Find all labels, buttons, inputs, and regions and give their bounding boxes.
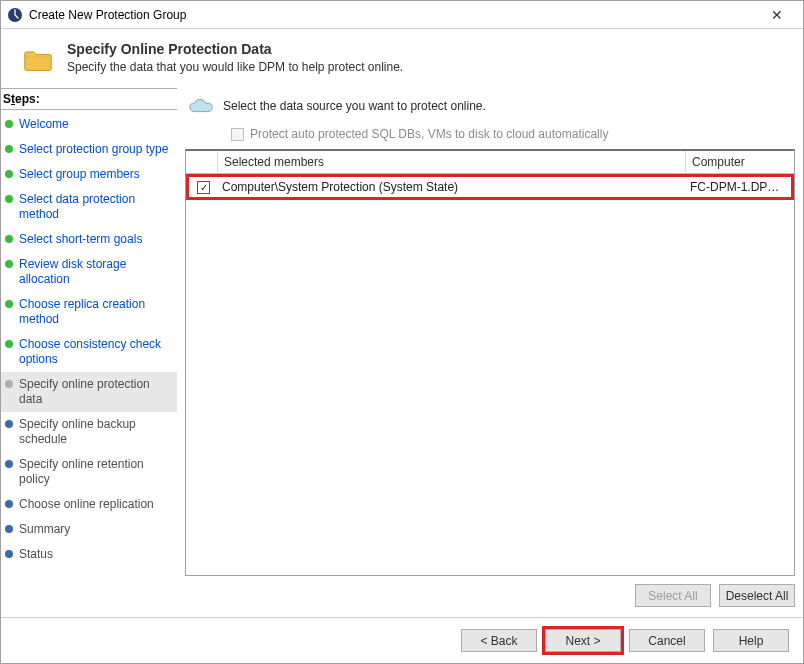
step-bullet-icon: [5, 170, 13, 178]
instruction-text: Select the data source you want to prote…: [223, 99, 486, 113]
step-item: Specify online backup schedule: [1, 412, 177, 452]
instruction-row: Select the data source you want to prote…: [185, 96, 795, 116]
wizard-header: Specify Online Protection Data Specify t…: [1, 29, 803, 88]
step-bullet-icon: [5, 420, 13, 428]
step-bullet-icon: [5, 145, 13, 153]
app-icon: [7, 7, 23, 23]
grid-header-check: [186, 151, 218, 173]
window-title: Create New Protection Group: [29, 8, 757, 22]
steps-panel: Steps: WelcomeSelect protection group ty…: [1, 88, 177, 617]
main-panel: Select the data source you want to prote…: [177, 88, 803, 617]
titlebar: Create New Protection Group ✕: [1, 1, 803, 29]
step-bullet-icon: [5, 195, 13, 203]
step-label: Status: [19, 547, 53, 562]
grid-header-members[interactable]: Selected members: [218, 151, 686, 173]
step-item[interactable]: Select group members: [1, 162, 177, 187]
wizard-window: Create New Protection Group ✕ Specify On…: [0, 0, 804, 664]
table-row[interactable]: ✓Computer\System Protection (System Stat…: [186, 174, 794, 200]
row-checkbox[interactable]: ✓: [197, 181, 210, 194]
close-button[interactable]: ✕: [757, 1, 797, 28]
step-bullet-icon: [5, 260, 13, 268]
steps-heading: Steps:: [1, 89, 177, 110]
row-check-cell: ✓: [189, 178, 218, 197]
page-title: Specify Online Protection Data: [67, 41, 403, 57]
row-member: Computer\System Protection (System State…: [218, 177, 686, 197]
step-label: Specify online retention policy: [19, 457, 169, 487]
step-label: Choose replica creation method: [19, 297, 169, 327]
step-label: Choose consistency check options: [19, 337, 169, 367]
select-all-button[interactable]: Select All: [635, 584, 711, 607]
steps-heading-suf: eps:: [15, 92, 40, 106]
step-bullet-icon: [5, 120, 13, 128]
page-subtitle: Specify the data that you would like DPM…: [67, 60, 403, 74]
step-item[interactable]: Choose consistency check options: [1, 332, 177, 372]
step-label: Choose online replication: [19, 497, 154, 512]
step-bullet-icon: [5, 500, 13, 508]
step-bullet-icon: [5, 340, 13, 348]
step-label: Select group members: [19, 167, 140, 182]
footer-bar: < Back Next > Cancel Help: [1, 617, 803, 663]
step-item[interactable]: Review disk storage allocation: [1, 252, 177, 292]
step-label: Specify online backup schedule: [19, 417, 169, 447]
step-item: Summary: [1, 517, 177, 542]
auto-protect-label: Protect auto protected SQL DBs, VMs to d…: [250, 127, 608, 141]
next-button[interactable]: Next >: [545, 629, 621, 652]
folder-icon: [23, 45, 53, 73]
step-label: Summary: [19, 522, 70, 537]
step-label: Welcome: [19, 117, 69, 132]
step-label: Select short-term goals: [19, 232, 142, 247]
step-item: Choose online replication: [1, 492, 177, 517]
content-area: Steps: WelcomeSelect protection group ty…: [1, 88, 803, 617]
step-item: Status: [1, 542, 177, 567]
step-item[interactable]: Select data protection method: [1, 187, 177, 227]
step-label: Review disk storage allocation: [19, 257, 169, 287]
deselect-all-button[interactable]: Deselect All: [719, 584, 795, 607]
step-item: Specify online protection data: [1, 372, 177, 412]
step-bullet-icon: [5, 550, 13, 558]
grid-header-computer[interactable]: Computer: [686, 151, 794, 173]
auto-protect-row: Protect auto protected SQL DBs, VMs to d…: [185, 124, 795, 149]
step-item: Specify online retention policy: [1, 452, 177, 492]
step-item[interactable]: Choose replica creation method: [1, 292, 177, 332]
step-list: WelcomeSelect protection group typeSelec…: [1, 112, 177, 567]
back-button[interactable]: < Back: [461, 629, 537, 652]
step-bullet-icon: [5, 235, 13, 243]
row-computer: FC-DPM-1.DPM...: [686, 177, 791, 197]
cloud-icon: [187, 96, 215, 116]
grid-body: ✓Computer\System Protection (System Stat…: [186, 174, 794, 575]
auto-protect-checkbox: [231, 128, 244, 141]
step-bullet-icon: [5, 525, 13, 533]
members-grid: Selected members Computer ✓Computer\Syst…: [185, 149, 795, 576]
step-item[interactable]: Welcome: [1, 112, 177, 137]
selection-buttons: Select All Deselect All: [185, 582, 795, 617]
grid-header: Selected members Computer: [186, 151, 794, 174]
step-item[interactable]: Select protection group type: [1, 137, 177, 162]
cancel-button[interactable]: Cancel: [629, 629, 705, 652]
step-bullet-icon: [5, 460, 13, 468]
step-bullet-icon: [5, 300, 13, 308]
step-label: Select data protection method: [19, 192, 169, 222]
step-label: Select protection group type: [19, 142, 168, 157]
steps-heading-pref: S: [3, 92, 11, 106]
help-button[interactable]: Help: [713, 629, 789, 652]
step-label: Specify online protection data: [19, 377, 169, 407]
step-item[interactable]: Select short-term goals: [1, 227, 177, 252]
step-bullet-icon: [5, 380, 13, 388]
